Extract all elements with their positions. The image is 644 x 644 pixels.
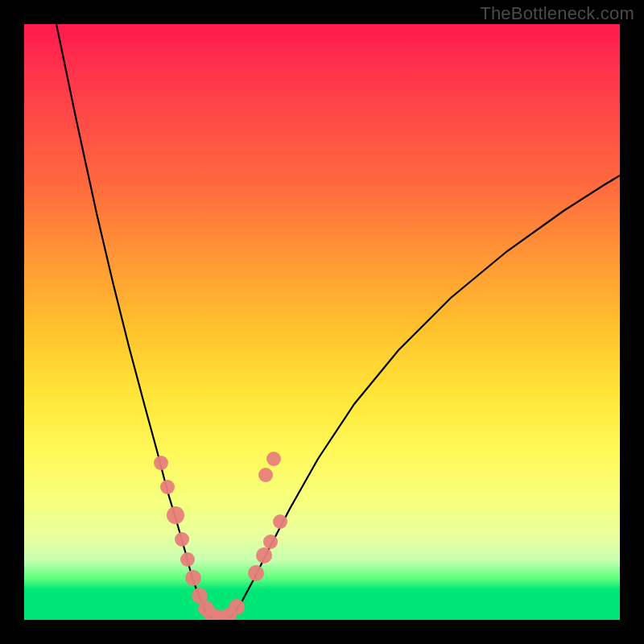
marker-dots [154, 452, 287, 620]
chart-svg [24, 24, 620, 620]
left-branch-line [56, 24, 208, 616]
watermark-text: TheBottleneck.com [480, 3, 634, 24]
marker-dot [263, 535, 278, 549]
marker-dot [266, 452, 281, 466]
marker-dot [180, 552, 195, 567]
marker-dot [229, 599, 245, 615]
marker-dot [248, 565, 264, 581]
chart-frame: TheBottleneck.com [0, 0, 644, 644]
right-branch-line [232, 175, 620, 616]
marker-dot [167, 506, 184, 524]
marker-dot [256, 547, 272, 564]
marker-dot [273, 514, 287, 529]
marker-dot [154, 456, 168, 470]
curve-lines [56, 24, 620, 620]
marker-dot [258, 468, 273, 482]
plot-area [24, 24, 620, 620]
marker-dot [185, 570, 201, 586]
marker-dot [175, 532, 189, 547]
marker-dot [160, 480, 175, 494]
